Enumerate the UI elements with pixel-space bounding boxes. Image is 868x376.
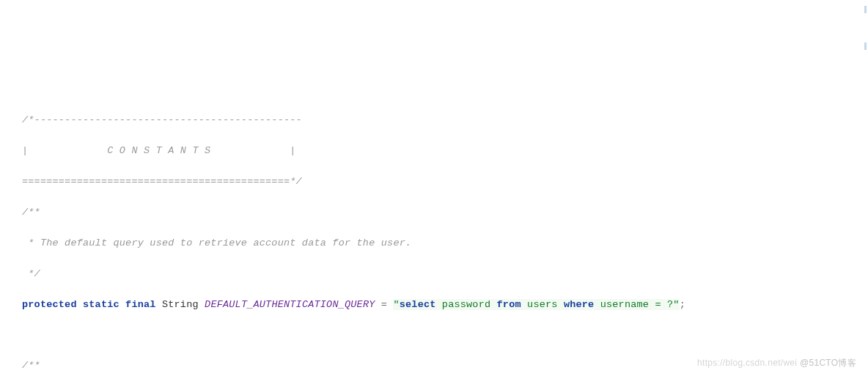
javadoc-line: * The default query used to retrieve acc… [22, 236, 868, 251]
comment-line: /*--------------------------------------… [22, 113, 868, 128]
operator: = [375, 299, 394, 310]
semicolon: ; [680, 299, 685, 310]
string-quote: " [673, 299, 679, 310]
string: users [521, 299, 564, 310]
scroll-marker [864, 6, 867, 13]
string-quote: " [393, 299, 399, 310]
comment-line: | C O N S T A N T S | [22, 144, 868, 159]
string: username = ? [594, 299, 673, 310]
sql-keyword: from [497, 299, 521, 310]
comment-line: ========================================… [22, 174, 868, 190]
field-declaration: protected static final String DEFAULT_AU… [22, 298, 868, 313]
watermark: https://blog.csdn.net/wei @51CTO博客 [697, 356, 856, 370]
javadoc-line: */ [22, 267, 868, 282]
keyword: protected static final [22, 299, 156, 310]
sql-keyword: select [400, 299, 436, 310]
constant-name: DEFAULT_AUTHENTICATION_QUERY [205, 299, 375, 310]
javadoc-line: /** [22, 205, 868, 221]
string: password [436, 299, 497, 310]
blank-line [22, 328, 868, 343]
scroll-marker [864, 43, 867, 50]
sql-keyword: where [564, 299, 595, 310]
type: String [162, 299, 199, 310]
